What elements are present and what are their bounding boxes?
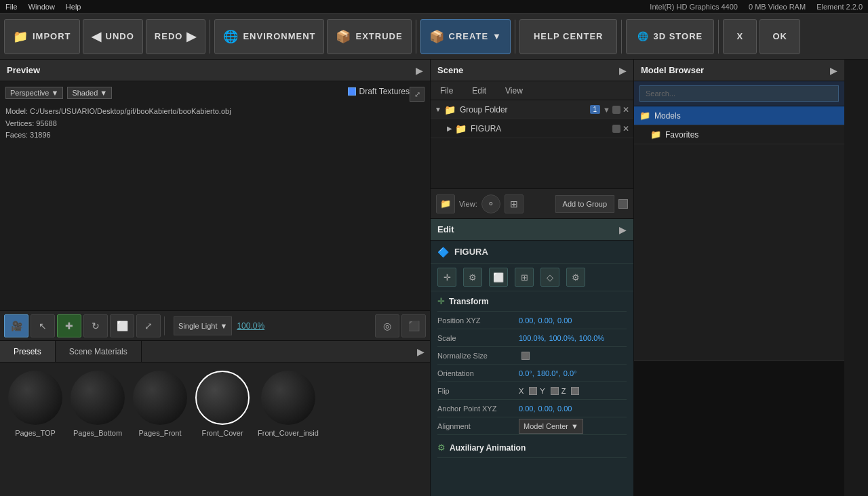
object-icon[interactable]: ⬜ xyxy=(489,268,508,287)
add-tool-button[interactable]: ✚ xyxy=(57,314,81,337)
redo-icon: ▶ xyxy=(186,29,197,44)
edit-expand-icon[interactable]: ▶ xyxy=(619,224,627,235)
sep2 xyxy=(416,20,416,54)
move-icon[interactable]: ✛ xyxy=(437,268,456,287)
main-layout: Preview ▶ Perspective ▼ Shaded ▼ Draft T… xyxy=(0,60,868,496)
orient-y[interactable]: 180.0°, xyxy=(537,369,561,377)
scale-z[interactable]: 100.0% xyxy=(579,334,604,342)
list-item[interactable]: Pages_TOP xyxy=(8,371,62,437)
rotate-tool-button[interactable]: ↻ xyxy=(83,314,108,337)
undo-button[interactable]: ◀ UNDO xyxy=(83,19,143,54)
scene-expand-icon[interactable]: ▶ xyxy=(619,65,627,76)
anchor-values: 0.00, 0.00, 0.00 xyxy=(519,405,572,413)
flip-y-checkbox[interactable] xyxy=(551,387,559,395)
environment-button[interactable]: 🌐 ENVIRONMENT xyxy=(214,19,324,54)
axis-button[interactable]: ⤢ xyxy=(136,314,161,337)
environment-label: ENVIRONMENT xyxy=(243,31,315,41)
view-grid-button[interactable]: ⊞ xyxy=(505,194,524,213)
light-select[interactable]: Single Light ▼ xyxy=(174,316,232,335)
group-visibility-dot[interactable] xyxy=(612,106,620,114)
anchor-y[interactable]: 0.00, xyxy=(538,405,554,413)
ok-button[interactable]: OK xyxy=(760,19,800,54)
select-tool-button[interactable]: ↖ xyxy=(31,314,55,337)
draft-textures-checkbox[interactable] xyxy=(348,87,356,96)
create-button[interactable]: 📦 CREATE ▼ xyxy=(420,19,511,54)
camera-tool-button[interactable]: 🎥 xyxy=(4,314,28,337)
scale-y[interactable]: 100.0%, xyxy=(549,334,576,342)
gear-icon[interactable]: ⚙ xyxy=(463,268,482,287)
add-scene-button[interactable]: 📁 xyxy=(436,194,455,213)
add-to-group-button[interactable]: Add to Group xyxy=(555,195,614,213)
view-sphere-button[interactable]: ⚬ xyxy=(481,194,500,213)
tree-row-group[interactable]: ▼ 📁 Group Folder 1 ▼ ✕ xyxy=(431,100,633,119)
presets-expand-icon[interactable]: ▶ xyxy=(412,341,430,362)
shading-dropdown[interactable]: Shaded ▼ xyxy=(67,87,112,99)
x-button[interactable]: X xyxy=(723,19,757,54)
redo-button[interactable]: REDO ▶ xyxy=(146,19,206,54)
snap-button[interactable]: ◎ xyxy=(375,314,399,337)
position-y[interactable]: 0.00, xyxy=(538,316,554,325)
flip-x-label: X xyxy=(519,387,524,395)
extrude-button[interactable]: 📦 EXTRUDE xyxy=(327,19,411,54)
tree-expand-figura: ▶ xyxy=(447,125,452,132)
list-item[interactable]: Pages_Bottom xyxy=(71,371,125,437)
anchor-x[interactable]: 0.00, xyxy=(519,405,535,413)
model-row-models[interactable]: 📁 Models xyxy=(634,106,844,125)
list-item[interactable]: Front_Cover_insid xyxy=(258,371,319,437)
material-icon[interactable]: ◇ xyxy=(540,268,559,287)
fullscreen-button[interactable]: ⤢ xyxy=(410,87,425,102)
scale-x[interactable]: 100.0%, xyxy=(519,334,546,342)
aux-anim-header: ⚙ Auxiliary Animation xyxy=(437,438,627,458)
list-item[interactable]: Pages_Front xyxy=(133,371,187,437)
render-button[interactable]: ⬛ xyxy=(401,314,426,337)
tree-row-figura[interactable]: ▶ 📁 FIGURA ✕ xyxy=(431,119,633,138)
help-label: HELP CENTER xyxy=(534,31,604,41)
dropdown-icon[interactable]: ▼ xyxy=(603,106,610,114)
position-z[interactable]: 0.00 xyxy=(557,316,572,325)
anchor-z[interactable]: 0.00 xyxy=(557,405,572,413)
normalize-checkbox[interactable] xyxy=(521,352,530,360)
menu-file[interactable]: File xyxy=(5,3,18,11)
search-input[interactable] xyxy=(639,85,839,102)
viewport-toolbar: 🎥 ↖ ✚ ↻ ⬜ ⤢ Single Light ▼ 100.0% ◎ ⬛ xyxy=(0,310,430,340)
help-center-button[interactable]: HELP CENTER xyxy=(519,19,618,54)
model-row-favorites[interactable]: 📁 Favorites xyxy=(634,125,844,144)
frame-button[interactable]: ⬜ xyxy=(110,314,134,337)
alignment-dropdown[interactable]: Model Center ▼ xyxy=(519,419,583,434)
perspective-dropdown[interactable]: Perspective ▼ xyxy=(5,87,63,99)
scene-menu-view[interactable]: View xyxy=(496,81,532,100)
model-browser-title: Model Browser xyxy=(641,65,704,75)
model-path: Model: C:/Users/USUARIO/Desktop/gif/booK… xyxy=(5,106,231,118)
group-icon[interactable]: ⊞ xyxy=(515,268,534,287)
search-bar xyxy=(634,81,844,106)
flip-x-checkbox[interactable] xyxy=(529,387,537,395)
menu-window[interactable]: Window xyxy=(28,3,55,11)
position-row: Position XYZ 0.00, 0.00, 0.00 xyxy=(437,312,627,329)
edit-header: Edit ▶ xyxy=(431,219,633,241)
anchor-label: Anchor Point XYZ xyxy=(437,405,519,413)
edit-panel: Edit ▶ 🔷 FIGURA ✛ ⚙ ⬜ ⊞ ◇ ⚙ ✛ Transform xyxy=(431,218,633,496)
model-browser-expand-icon[interactable]: ▶ xyxy=(830,65,837,76)
scene-menu-edit[interactable]: Edit xyxy=(462,81,496,100)
anchor-row: Anchor Point XYZ 0.00, 0.00, 0.00 xyxy=(437,400,627,417)
figura-delete-button[interactable]: ✕ xyxy=(623,124,629,133)
undo-icon: ◀ xyxy=(92,29,102,44)
settings-icon[interactable]: ⚙ xyxy=(566,268,585,287)
tab-scene-materials[interactable]: Scene Materials xyxy=(56,341,142,362)
position-x[interactable]: 0.00, xyxy=(519,316,535,325)
tab-presets[interactable]: Presets xyxy=(0,341,56,362)
preset-ball-2 xyxy=(71,371,125,425)
light-percentage[interactable]: 100.0% xyxy=(237,321,264,331)
list-item[interactable]: Front_Cover xyxy=(195,371,250,437)
import-button[interactable]: 📁 IMPORT xyxy=(4,19,80,54)
preview-expand-icon[interactable]: ▶ xyxy=(416,65,423,76)
store-button[interactable]: 🌐 3D STORE xyxy=(626,19,714,54)
flip-z-checkbox[interactable] xyxy=(571,387,579,395)
scene-menu-file[interactable]: File xyxy=(431,81,462,100)
menu-help[interactable]: Help xyxy=(66,3,81,11)
group-delete-button[interactable]: ✕ xyxy=(623,105,629,115)
add-group-checkbox[interactable] xyxy=(618,199,628,209)
orient-z[interactable]: 0.0° xyxy=(564,369,577,377)
orient-x[interactable]: 0.0°, xyxy=(519,369,534,377)
figura-visibility-dot[interactable] xyxy=(612,125,620,133)
